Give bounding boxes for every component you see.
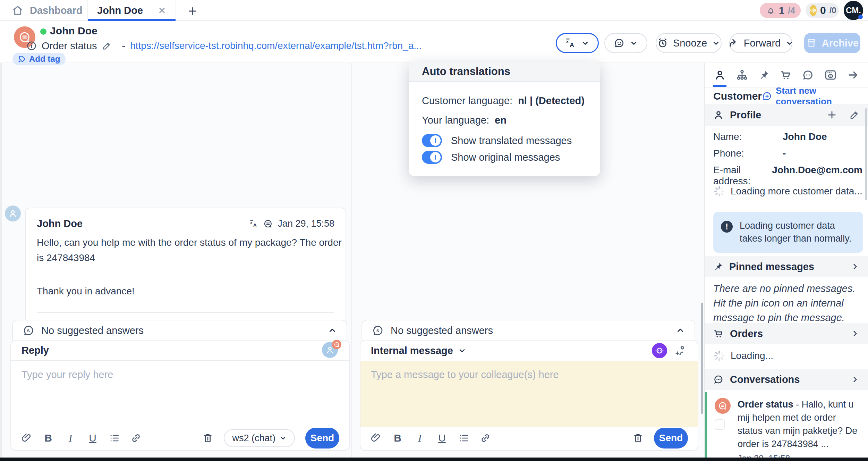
attachment-icon[interactable] [370,433,381,444]
suggested-answers-bar[interactable]: s No suggested answers [361,320,695,341]
profile-field-row: Name: John Doe [713,131,862,142]
archive-label: Archive [822,37,859,49]
tab-conversations-icon[interactable] [801,63,815,87]
discard-trash-icon[interactable] [632,433,644,444]
info-icon[interactable] [26,41,37,51]
notifications-badge[interactable]: 1/4 [760,3,801,18]
tab-organization-icon[interactable] [735,63,749,87]
collapse-sidebar-arrow-icon[interactable] [846,63,860,87]
chevron-up-icon[interactable] [676,326,685,335]
list-icon[interactable] [109,433,120,444]
underline-icon[interactable]: U [87,432,99,444]
chevron-down-icon[interactable] [458,346,466,355]
forward-button[interactable]: Forward [729,33,792,53]
scrollbar-thumb[interactable] [701,303,703,414]
show-original-label: Show original messages [451,152,560,163]
conversations-title: Conversations [730,374,800,385]
discard-trash-icon[interactable] [202,433,213,444]
channel-selector[interactable]: ws2 (chat) [224,429,295,447]
orders-loading-row: Loading... [713,350,773,362]
customer-message-card: John Doe xA Jan 29, 15:58 Hello, can you… [25,208,346,323]
new-tab-button[interactable] [186,4,199,18]
suggested-answers-bar[interactable]: s No suggested answers [12,320,347,341]
spinner-icon [713,185,725,197]
tab-pinned-icon[interactable] [758,63,770,87]
list-icon[interactable] [458,433,469,444]
attachment-icon[interactable] [21,433,32,444]
left-edge-strip [0,63,2,458]
svg-text:x: x [566,39,569,44]
message-divider [37,312,334,313]
orders-title: Orders [730,328,763,340]
bold-icon[interactable]: B [42,432,54,444]
user-avatar[interactable]: CM. [844,1,863,20]
svg-text:s: s [27,328,30,333]
add-tag-button[interactable]: Add tag [12,53,66,65]
suggestions-icon: s [23,325,34,336]
show-translated-label: Show translated messages [451,135,572,146]
start-new-conversation-link[interactable]: Start new conversation [762,85,860,107]
alarm-clock-icon [657,37,668,49]
tab-pages-icon[interactable] [824,63,837,87]
reply-input[interactable] [11,361,349,427]
italic-icon[interactable]: I [414,432,426,444]
archive-icon [806,37,817,49]
edit-pencil-icon[interactable] [102,41,112,51]
send-internal-button[interactable]: Send [654,428,688,449]
field-value: John.Doe@cm.com [772,165,862,187]
italic-icon[interactable]: I [65,432,76,444]
new-chat-icon [762,91,772,101]
sidebar-scrollbar-thumb[interactable] [865,108,867,200]
tag-icon [18,55,26,63]
archive-button[interactable]: Archive [804,33,860,53]
close-icon[interactable] [158,6,167,15]
bell-icon [766,6,775,15]
chevron-down-icon [581,39,589,47]
loading-more-text: Loading more customer data... [731,186,862,197]
translate-button[interactable]: xA [556,33,599,53]
conversation-url-link[interactable]: https://selfservice-tst.robinhq.com/exte… [130,40,422,51]
status-dot [858,15,863,19]
tab-customer-profile[interactable] [713,63,726,87]
dashboard-label: Dashboard [30,5,82,16]
link-icon[interactable] [130,433,142,444]
add-colleague-icon[interactable] [675,344,687,357]
link-icon[interactable] [480,433,491,444]
translate-icon: xA [565,37,576,49]
ai-bot-icon[interactable] [652,343,667,358]
conversation-list-item[interactable]: Order status - Hallo, kunt u mij helpen … [705,392,868,458]
profile-title: Profile [730,109,761,121]
suggested-answers-label: No suggested answers [391,325,493,336]
alert-icon: ! [721,221,733,233]
pinned-empty-text: There are no pinned messages. Hit the pi… [713,281,862,325]
chevron-right-icon [851,262,860,271]
show-translated-toggle[interactable] [422,134,442,147]
conversation-header: John Doe Order status - https://selfserv… [0,21,868,63]
bold-icon[interactable]: B [392,432,403,444]
voice-badge[interactable]: 0/0 [806,3,839,18]
pinned-messages-header[interactable]: Pinned messages [705,256,868,277]
popup-title: Auto translations [422,65,510,78]
send-reply-button[interactable]: Send [305,428,339,449]
orders-header[interactable]: Orders [705,323,868,344]
tab-orders-icon[interactable] [779,63,792,87]
field-value: - [783,148,786,159]
internal-message-input[interactable] [360,361,698,427]
edit-profile-pencil-icon[interactable] [849,109,860,120]
snooze-button[interactable]: Snooze [656,33,722,53]
chevron-down-icon [280,435,287,442]
show-original-toggle[interactable] [422,151,442,164]
reply-recipient-avatar [322,342,339,359]
customer-sidebar: Customer Start new conversation Profile [705,63,868,458]
underline-icon[interactable]: U [436,432,448,444]
tab-john-doe[interactable]: John Doe [87,0,176,21]
chat-assist-button[interactable] [604,33,647,53]
add-profile-field-icon[interactable] [826,109,837,120]
conversations-header[interactable]: Conversations [705,369,868,390]
chevron-up-icon[interactable] [328,326,337,335]
cart-icon [713,328,724,339]
chevron-down-icon [712,39,720,47]
profile-section-header: Profile [705,104,868,126]
active-tab-indicator [88,19,176,21]
conversation-checkbox[interactable] [715,419,725,430]
